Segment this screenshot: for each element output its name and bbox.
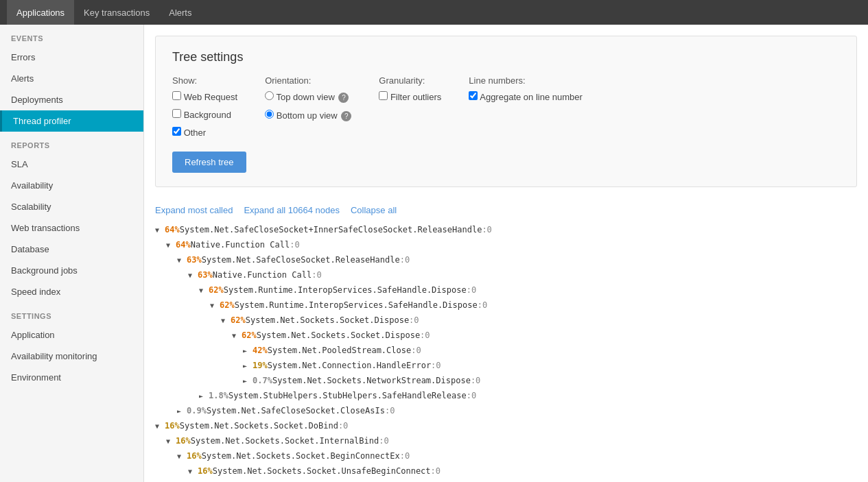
tree-toggle-icon[interactable]: ▼ (155, 421, 165, 431)
sidebar-item-scalability[interactable]: Scalability (0, 196, 143, 217)
show-checkboxes: Web Request Background Other (172, 91, 237, 141)
checkbox-web-request-label: Web Request (184, 92, 238, 102)
sidebar-item-availability-monitoring[interactable]: Availability monitoring (0, 346, 143, 367)
nav-key-transactions[interactable]: Key transactions (74, 0, 159, 25)
node-percentage: 16% (198, 465, 213, 477)
node-name: System.Net.Sockets.NetworkStream.Dispose (272, 374, 471, 387)
radio-bottom-up[interactable]: Bottom up view ? (265, 110, 351, 121)
node-name: System.Net.Sockets.Socket.UnsafeBeginCon… (213, 465, 431, 477)
collapse-all-link[interactable]: Collapse all (351, 205, 397, 215)
checkbox-other-input[interactable] (172, 127, 181, 136)
node-percentage: 16% (165, 420, 180, 432)
sidebar-item-background-jobs[interactable]: Background jobs (0, 260, 143, 281)
node-name: System.Net.SafeCloseSocket.CloseAsIs (207, 405, 385, 417)
node-percentage: 19% (253, 359, 268, 372)
tree-row: ▼63% System.Net.SafeCloseSocket.ReleaseH… (155, 252, 868, 267)
tree-toggle-icon[interactable]: ► (177, 406, 187, 416)
tree-toggle-icon[interactable]: ▼ (232, 330, 242, 341)
expand-most-called-link[interactable]: Expand most called (155, 205, 233, 215)
checkbox-web-request[interactable]: Web Request (172, 91, 237, 102)
sidebar-item-database[interactable]: Database (0, 239, 143, 260)
node-name: System.Runtime.InteropServices.SafeHandl… (235, 299, 478, 311)
checkbox-background-label: Background (184, 110, 231, 120)
tree-toggle-icon[interactable]: ▼ (188, 466, 198, 477)
sidebar-item-environment[interactable]: Environment (0, 367, 143, 388)
node-name: System.Net.PooledStream.Close (268, 344, 412, 357)
node-percentage: 62% (231, 314, 246, 326)
node-num: :0 (467, 389, 476, 402)
tree-row: ►19% System.Net.Connection.HandleError:0 (155, 358, 868, 373)
node-name: System.Net.SafeCloseSocket+InnerSafeClos… (180, 224, 482, 236)
tree-toggle-icon[interactable]: ▼ (177, 255, 187, 265)
node-percentage: 62% (242, 329, 257, 341)
settings-row: Show: Web Request Background Other (172, 75, 840, 141)
sidebar-item-sla[interactable]: SLA (0, 154, 143, 175)
node-num: :0 (467, 284, 476, 296)
node-percentage: 62% (220, 299, 235, 311)
sidebar-item-application[interactable]: Application (0, 324, 143, 346)
node-num: :0 (420, 329, 430, 341)
node-name: System.Net.SafeCloseSocket.ReleaseHandle (202, 254, 400, 266)
node-percentage: 1.8% (209, 389, 228, 402)
node-num: :0 (482, 224, 491, 236)
tree-toggle-icon[interactable]: ▼ (166, 436, 176, 446)
filter-outliers-input[interactable] (379, 91, 388, 100)
aggregate-checkbox[interactable]: Aggregate on line number (469, 91, 583, 102)
radio-top-down[interactable]: Top down view ? (265, 91, 351, 103)
sidebar-item-availability[interactable]: Availability (0, 175, 143, 196)
node-name: System.Net.Connection.HandleError (268, 359, 431, 372)
tree-row: ►42% System.Net.PooledStream.Close:0 (155, 343, 868, 358)
tree-toggle-icon[interactable]: ► (199, 391, 209, 401)
tree-toggle-icon[interactable]: ► (243, 346, 253, 356)
tree-row: ▼16% System.Net.Sockets.Socket.BeginConn… (155, 448, 868, 463)
orientation-group: Orientation: Top down view ? Bottom up v… (265, 75, 351, 124)
aggregate-input[interactable] (469, 91, 478, 100)
tree-toggle-icon[interactable]: ▼ (221, 315, 231, 326)
node-percentage: 63% (187, 254, 202, 266)
checkbox-web-request-input[interactable] (172, 91, 181, 100)
sidebar-item-alerts[interactable]: Alerts (0, 68, 143, 89)
radio-bottom-up-input[interactable] (265, 110, 274, 119)
nav-applications[interactable]: Applications (7, 0, 74, 25)
filter-outliers-checkbox[interactable]: Filter outliers (379, 91, 441, 102)
layout: EVENTS Errors Alerts Deployments Thread … (0, 25, 868, 482)
node-name: System.StubHelpers.StubHelpers.SafeHandl… (228, 389, 467, 402)
tree-toggle-icon[interactable]: ▼ (210, 300, 220, 311)
tree-toggle-icon[interactable]: ▼ (188, 270, 198, 280)
node-name: System.Runtime.InteropServices.SafeHandl… (224, 284, 467, 296)
radio-top-down-input[interactable] (265, 91, 274, 100)
sidebar: EVENTS Errors Alerts Deployments Thread … (0, 25, 144, 482)
bottom-up-info-icon[interactable]: ? (341, 111, 351, 121)
node-num: :0 (431, 359, 441, 372)
sidebar-item-deployments[interactable]: Deployments (0, 89, 143, 110)
checkbox-other[interactable]: Other (172, 127, 237, 138)
sidebar-item-web-transactions[interactable]: Web transactions (0, 217, 143, 239)
aggregate-label: Aggregate on line number (480, 92, 583, 102)
sidebar-item-thread-profiler[interactable]: Thread profiler (0, 110, 143, 132)
sidebar-item-errors[interactable]: Errors (0, 47, 143, 68)
node-percentage: 16% (176, 435, 191, 447)
nav-alerts[interactable]: Alerts (159, 0, 201, 25)
tree-toggle-icon[interactable]: ► (243, 376, 253, 386)
expand-all-link[interactable]: Expand all 10664 nodes (244, 205, 340, 215)
refresh-tree-button[interactable]: Refresh tree (172, 152, 246, 173)
settings-section-label: SETTINGS (0, 302, 143, 324)
node-num: :0 (312, 269, 321, 281)
node-num: :0 (478, 299, 487, 311)
main-content: Tree settings Show: Web Request Backgrou… (144, 25, 868, 482)
node-percentage: 63% (198, 269, 213, 281)
checkbox-background[interactable]: Background (172, 109, 237, 120)
top-down-info-icon[interactable]: ? (338, 93, 349, 103)
tree-toggle-icon[interactable]: ▼ (166, 240, 176, 250)
tree-settings-title: Tree settings (172, 50, 840, 64)
sidebar-item-speed-index[interactable]: Speed index (0, 281, 143, 302)
tree-row: ▼62% System.Net.Sockets.Socket.Dispose:0 (155, 328, 868, 343)
tree-toggle-icon[interactable]: ▼ (155, 225, 165, 235)
radio-bottom-up-label: Bottom up view (277, 110, 338, 121)
tree-toggle-icon[interactable]: ▼ (199, 285, 209, 296)
checkbox-background-input[interactable] (172, 109, 181, 118)
node-percentage: 62% (209, 284, 224, 296)
tree-toggle-icon[interactable]: ▼ (177, 451, 187, 461)
tree-toggle-icon[interactable]: ► (243, 361, 253, 371)
granularity-label: Granularity: (379, 75, 441, 86)
